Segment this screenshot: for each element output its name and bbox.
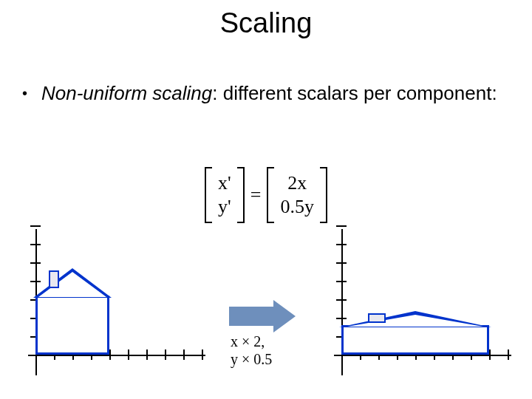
arrow-label: x × 2, y × 0.5 xyxy=(231,332,272,368)
matrix-right-row1: 2x xyxy=(280,172,314,194)
figure-area: x × 2, y × 0.5 xyxy=(0,229,532,392)
house-scaled xyxy=(341,325,489,355)
page-title: Scaling xyxy=(0,7,532,39)
chimney-icon xyxy=(368,313,386,323)
arrow-label-line1: x × 2, xyxy=(231,332,272,350)
matrix-right-row2: 0.5y xyxy=(280,196,314,218)
chimney-icon xyxy=(49,270,59,288)
bullet-rest: : different scalars per component: xyxy=(212,82,497,104)
bullet-item: • Non-uniform scaling: different scalars… xyxy=(22,81,510,106)
equals-sign: = xyxy=(250,184,262,206)
house-original xyxy=(35,296,109,355)
axes-left xyxy=(28,229,205,377)
bullet-dot-icon: • xyxy=(22,81,41,106)
matrix-left: x' y' xyxy=(205,167,245,223)
matrix-right: 2x 0.5y xyxy=(267,167,327,223)
matrix-left-row2: y' xyxy=(218,196,231,218)
bullet-text: Non-uniform scaling: different scalars p… xyxy=(41,81,510,106)
bullet-list: • Non-uniform scaling: different scalars… xyxy=(22,81,510,106)
matrix-left-row1: x' xyxy=(218,172,231,194)
bullet-emphasis: Non-uniform scaling xyxy=(41,82,212,104)
house-body-icon xyxy=(35,296,109,355)
matrix-equation: x' y' = 2x 0.5y xyxy=(0,167,532,226)
transform-arrow-icon xyxy=(229,300,296,332)
axes-right xyxy=(334,229,511,377)
arrow-label-line2: y × 0.5 xyxy=(231,350,272,368)
slide: Scaling • Non-uniform scaling: different… xyxy=(0,0,532,399)
house-body-icon xyxy=(341,325,489,355)
